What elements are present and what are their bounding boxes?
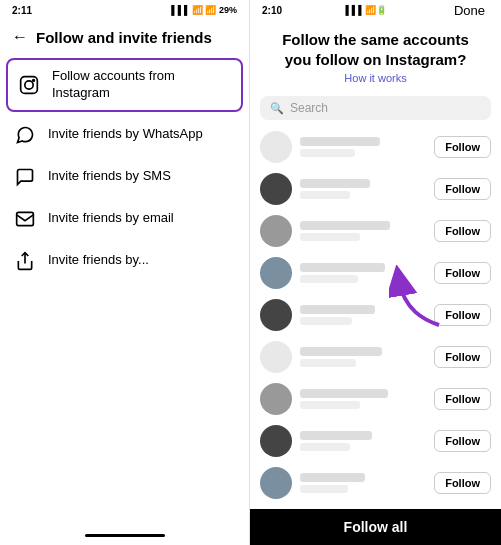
account-name xyxy=(300,431,372,440)
menu-item-more[interactable]: Invite friends by... xyxy=(0,240,249,282)
account-name xyxy=(300,473,365,482)
account-name xyxy=(300,305,375,314)
follow-button[interactable]: Follow xyxy=(434,220,491,242)
table-row: Follow xyxy=(250,126,501,168)
account-info xyxy=(300,473,426,493)
instagram-icon xyxy=(18,74,40,96)
avatar xyxy=(260,173,292,205)
status-bar-left: 2:11 ▌▌▌ 📶 📶 29% xyxy=(0,0,249,20)
account-handle xyxy=(300,149,355,157)
menu-item-sms[interactable]: Invite friends by SMS xyxy=(0,156,249,198)
account-name xyxy=(300,179,370,188)
svg-point-1 xyxy=(25,81,33,89)
follow-header: Follow the same accounts you follow on I… xyxy=(250,20,501,88)
table-row: Follow xyxy=(250,378,501,420)
left-header-title: Follow and invite friends xyxy=(36,29,212,46)
account-handle xyxy=(300,485,348,493)
account-info xyxy=(300,179,426,199)
menu-label-instagram: Follow accounts from Instagram xyxy=(52,68,231,102)
table-row: Follow xyxy=(250,252,501,294)
menu-item-email[interactable]: Invite friends by email xyxy=(0,198,249,240)
account-info xyxy=(300,263,426,283)
time-left: 2:11 xyxy=(12,5,32,16)
status-icons-left: ▌▌▌ 📶 📶 29% xyxy=(171,5,237,15)
avatar xyxy=(260,257,292,289)
follow-button[interactable]: Follow xyxy=(434,136,491,158)
right-panel: 2:10 ▌▌▌📶🔋 Done Follow the same accounts… xyxy=(250,0,501,545)
follow-button[interactable]: Follow xyxy=(434,388,491,410)
follow-button[interactable]: Follow xyxy=(434,346,491,368)
account-handle xyxy=(300,191,350,199)
avatar xyxy=(260,299,292,331)
table-row: Follow xyxy=(250,420,501,462)
account-info xyxy=(300,305,426,325)
follow-button[interactable]: Follow xyxy=(434,178,491,200)
follow-button[interactable]: Follow xyxy=(434,472,491,494)
avatar xyxy=(260,467,292,499)
sms-icon xyxy=(14,166,36,188)
menu-label-more: Invite friends by... xyxy=(48,252,149,269)
account-name xyxy=(300,347,382,356)
table-row: Follow xyxy=(250,210,501,252)
account-name xyxy=(300,137,380,146)
svg-rect-0 xyxy=(21,77,38,94)
account-handle xyxy=(300,359,356,367)
table-row: Follow xyxy=(250,294,501,336)
account-handle xyxy=(300,401,360,409)
menu-label-email: Invite friends by email xyxy=(48,210,174,227)
email-icon xyxy=(14,208,36,230)
account-info xyxy=(300,221,426,241)
menu-label-sms: Invite friends by SMS xyxy=(48,168,171,185)
svg-point-2 xyxy=(33,79,35,81)
search-placeholder: Search xyxy=(290,101,328,115)
table-row: Follow xyxy=(250,336,501,378)
account-info xyxy=(300,347,426,367)
back-button[interactable]: ← xyxy=(12,28,28,46)
menu-label-whatsapp: Invite friends by WhatsApp xyxy=(48,126,203,143)
home-indicator-left xyxy=(85,534,165,537)
account-name xyxy=(300,389,388,398)
account-handle xyxy=(300,233,360,241)
follow-button[interactable]: Follow xyxy=(434,262,491,284)
avatar xyxy=(260,425,292,457)
account-handle xyxy=(300,317,352,325)
account-info xyxy=(300,389,426,409)
left-header: ← Follow and invite friends xyxy=(0,20,249,56)
table-row: Follow xyxy=(250,168,501,210)
avatar xyxy=(260,131,292,163)
status-icons-right: ▌▌▌📶🔋 xyxy=(345,5,386,15)
search-bar[interactable]: 🔍 Search xyxy=(260,96,491,120)
table-row: Follow xyxy=(250,462,501,504)
avatar xyxy=(260,215,292,247)
account-name xyxy=(300,221,390,230)
menu-item-instagram[interactable]: Follow accounts from Instagram xyxy=(6,58,243,112)
avatar xyxy=(260,383,292,415)
time-right: 2:10 xyxy=(262,5,282,16)
follow-all-button[interactable]: Follow all xyxy=(344,519,408,535)
avatar xyxy=(260,341,292,373)
follow-button[interactable]: Follow xyxy=(434,430,491,452)
account-handle xyxy=(300,275,358,283)
follow-button[interactable]: Follow xyxy=(434,304,491,326)
follow-all-bar[interactable]: Follow all xyxy=(250,509,501,545)
search-icon: 🔍 xyxy=(270,102,284,115)
done-button[interactable]: Done xyxy=(450,1,489,20)
account-name xyxy=(300,263,385,272)
how-it-works-link[interactable]: How it works xyxy=(270,72,481,84)
status-bar-right: 2:10 ▌▌▌📶🔋 Done xyxy=(250,0,501,20)
account-info xyxy=(300,431,426,451)
account-handle xyxy=(300,443,350,451)
menu-item-whatsapp[interactable]: Invite friends by WhatsApp xyxy=(0,114,249,156)
follow-header-title: Follow the same accounts you follow on I… xyxy=(270,30,481,69)
share-icon xyxy=(14,250,36,272)
svg-rect-3 xyxy=(17,212,34,225)
left-panel: 2:11 ▌▌▌ 📶 📶 29% ← Follow and invite fri… xyxy=(0,0,250,545)
accounts-list: Follow Follow Follow Follow xyxy=(250,124,501,509)
whatsapp-icon xyxy=(14,124,36,146)
account-info xyxy=(300,137,426,157)
